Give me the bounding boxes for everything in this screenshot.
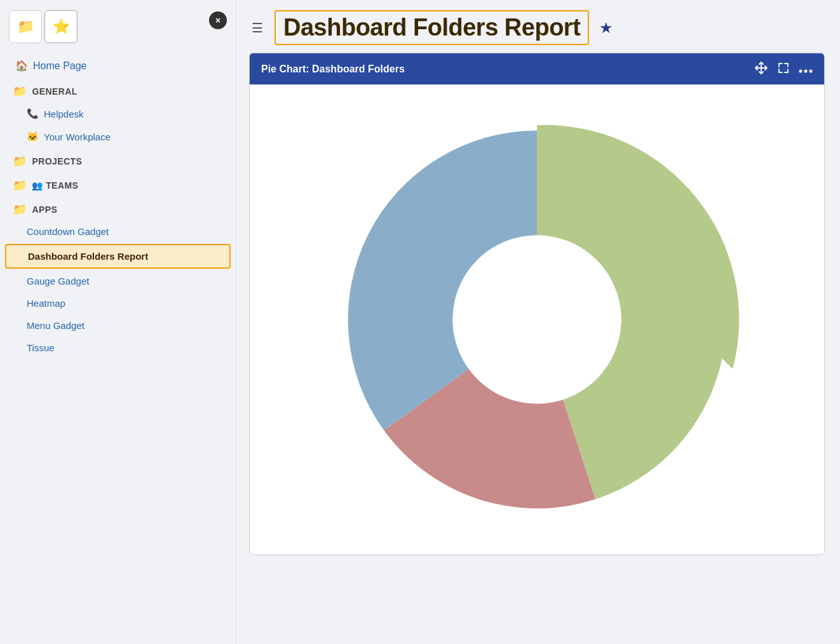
sidebar-item-tissue-label: Tissue [27,342,55,353]
donut-chart [321,104,753,535]
sidebar-tab-starred[interactable]: ⭐ [44,10,78,43]
chart-card-title: Pie Chart: Dashboard Folders [261,64,405,75]
chart-center-hole [452,235,621,403]
sidebar-item-helpdesk-label: Helpdesk [44,109,84,119]
sidebar-tab-group: 📁 ⭐ [9,10,78,43]
main-header: ☰ Dashboard Folders Report ★ [236,0,840,53]
sidebar-item-gauge-gadget-label: Gauge Gadget [27,276,89,286]
teams-section-label: 👥 TEAMS [32,180,78,191]
chart-expand-button[interactable] [777,62,790,76]
sidebar: 📁 ⭐ × 🏠 Home Page 📁 GENERAL 📞 Helpdesk 🐱… [0,0,236,644]
apps-section-label: APPS [32,205,57,215]
sidebar-item-countdown-gadget-label: Countdown Gadget [27,226,109,237]
chart-more-button[interactable] [799,64,813,75]
sidebar-item-heatmap[interactable]: Heatmap [0,292,236,314]
sidebar-item-your-workplace[interactable]: 🐱 Your Workplace [0,125,236,148]
helpdesk-icon: 📞 [27,108,39,119]
chart-move-button[interactable] [754,61,768,77]
chart-card-header: Pie Chart: Dashboard Folders [250,53,824,84]
chart-segments-group [348,130,726,508]
apps-folder-icon: 📁 [13,203,27,217]
sidebar-item-menu-gadget-label: Menu Gadget [27,320,85,331]
sidebar-item-heatmap-label: Heatmap [27,298,65,309]
page-title-wrapper: Dashboard Folders Report [274,10,589,45]
sidebar-item-your-workplace-label: Your Workplace [44,131,111,142]
teams-folder-icon: 📁 [13,178,27,192]
svg-point-0 [799,69,803,72]
sidebar-close-button[interactable]: × [209,11,227,29]
main-content: ☰ Dashboard Folders Report ★ Pie Chart: … [236,0,840,644]
svg-point-1 [804,69,808,72]
sidebar-tab-folders[interactable]: 📁 [9,10,42,43]
sidebar-item-countdown-gadget[interactable]: Countdown Gadget [0,220,236,243]
sidebar-item-menu-gadget[interactable]: Menu Gadget [0,314,236,337]
page-title: Dashboard Folders Report [283,14,580,41]
sidebar-section-projects: 📁 PROJECTS [0,148,236,172]
sidebar-item-tissue[interactable]: Tissue [0,337,236,359]
home-icon: 🏠 [15,60,28,72]
sidebar-item-dashboard-folders-report[interactable]: Dashboard Folders Report [5,244,231,269]
projects-folder-icon: 📁 [13,154,27,168]
sidebar-item-helpdesk[interactable]: 📞 Helpdesk [0,102,236,125]
favorite-button[interactable]: ★ [598,18,614,38]
chart-card-actions [754,61,813,77]
svg-point-2 [810,69,813,72]
sidebar-section-teams: 📁 👥 TEAMS [0,172,236,196]
general-folder-icon: 📁 [13,84,27,98]
sidebar-item-home-label: Home Page [33,60,87,72]
projects-section-label: PROJECTS [32,156,82,166]
sidebar-top-bar: 📁 ⭐ × [0,6,236,50]
general-section-label: GENERAL [32,86,77,97]
sidebar-section-general: 📁 GENERAL [0,78,236,102]
sidebar-item-gauge-gadget[interactable]: Gauge Gadget [0,270,236,292]
sidebar-item-dashboard-folders-report-label: Dashboard Folders Report [28,251,148,262]
sidebar-item-home[interactable]: 🏠 Home Page [0,53,236,78]
your-workplace-icon: 🐱 [27,131,39,142]
chart-body [250,84,824,554]
sidebar-section-apps: 📁 APPS [0,196,236,220]
chart-card: Pie Chart: Dashboard Folders [249,53,825,555]
hamburger-button[interactable]: ☰ [249,18,266,38]
sidebar-nav: 🏠 Home Page 📁 GENERAL 📞 Helpdesk 🐱 Your … [0,50,236,363]
